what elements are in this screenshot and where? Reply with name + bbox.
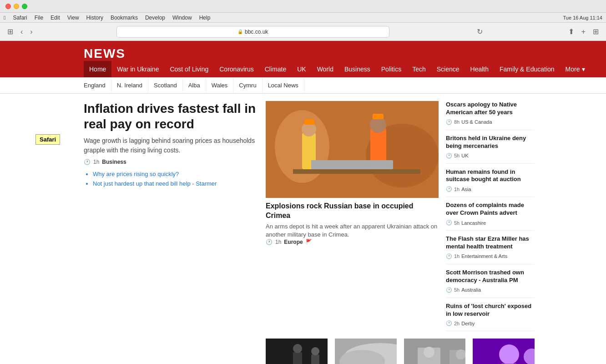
safari-menu[interactable]: Safari bbox=[13, 15, 27, 21]
svg-rect-5 bbox=[304, 119, 314, 125]
minimize-button[interactable] bbox=[14, 4, 19, 9]
bbc-news-page: NEWS Home War in Ukraine Cost of Living … bbox=[0, 41, 606, 364]
close-button[interactable] bbox=[5, 4, 11, 9]
nav-uk[interactable]: UK bbox=[292, 61, 311, 77]
bullet-2[interactable]: Not just hardest up that need bill help … bbox=[93, 180, 257, 187]
help-menu[interactable]: Help bbox=[199, 15, 211, 21]
window-menu[interactable]: Window bbox=[172, 15, 192, 21]
hero-article-time: 1h bbox=[275, 239, 281, 245]
card-3[interactable]: A$AP Rocky charged over shooting in Holl… bbox=[473, 339, 535, 364]
subnav-n-ireland[interactable]: N. Ireland bbox=[111, 77, 148, 93]
clock-icon: 🕐 bbox=[446, 119, 452, 125]
sidebar-title-6: Ruins of 'lost church' exposed in low re… bbox=[446, 303, 535, 318]
history-menu[interactable]: History bbox=[86, 15, 103, 21]
nav-business[interactable]: Business bbox=[339, 61, 376, 77]
nav-science[interactable]: Science bbox=[431, 61, 465, 77]
address-bar[interactable]: 🔒 bbc.co.uk bbox=[116, 26, 389, 38]
headline-time: 1h bbox=[93, 159, 99, 165]
headline-article[interactable]: Inflation drives fastest fall in real pa… bbox=[84, 101, 257, 364]
sidebar-article-1[interactable]: Britons held in Ukraine deny being merce… bbox=[446, 130, 535, 164]
browser-toolbar: ⊞ ‹ › 🔒 bbc.co.uk ↻ ⬆ + ⊞ bbox=[0, 23, 606, 41]
sidebar-article-2[interactable]: Human remains found in suitcase bought a… bbox=[446, 164, 535, 197]
forward-button[interactable]: › bbox=[28, 26, 34, 38]
sidebar-article-0[interactable]: Oscars apology to Native American after … bbox=[446, 101, 535, 130]
sidebar-article-5[interactable]: Scott Morrison trashed own democracy - A… bbox=[446, 264, 535, 298]
back-button[interactable]: ‹ bbox=[19, 26, 25, 38]
file-menu[interactable]: File bbox=[35, 15, 43, 21]
bbc-logo: NEWS bbox=[84, 46, 522, 61]
apple-menu[interactable]:  bbox=[4, 15, 5, 21]
card-1[interactable]: Storms and heavy rain hit UK amid weathe… bbox=[335, 339, 397, 364]
card-2[interactable]: Life savings lost after watchdog failed … bbox=[404, 339, 466, 364]
card-0[interactable]: 'I wish I'd never worked for the UK in A… bbox=[266, 339, 328, 364]
sidebar-title-1: Britons held in Ukraine deny being merce… bbox=[446, 135, 535, 150]
nav-war-ukraine[interactable]: War in Ukraine bbox=[111, 61, 164, 77]
sidebar-time-3: 5h bbox=[454, 220, 460, 226]
svg-point-29 bbox=[456, 349, 466, 359]
nav-cost-of-living[interactable]: Cost of Living bbox=[164, 61, 214, 77]
svg-rect-8 bbox=[373, 114, 384, 119]
sidebar-title-4: The Flash star Ezra Miller has mental he… bbox=[446, 235, 535, 251]
nav-climate[interactable]: Climate bbox=[259, 61, 292, 77]
svg-point-27 bbox=[424, 347, 434, 358]
hero-image bbox=[266, 101, 439, 198]
sidebar-tag-6: Derby bbox=[461, 321, 475, 326]
clock-icon: 🕐 bbox=[446, 153, 452, 159]
nav-politics[interactable]: Politics bbox=[376, 61, 407, 77]
clock-icon: 🕐 bbox=[446, 320, 452, 326]
bullet-1[interactable]: Why are prices rising so quickly? bbox=[93, 171, 257, 177]
sidebar-article-6[interactable]: Ruins of 'lost church' exposed in low re… bbox=[446, 298, 535, 332]
view-menu[interactable]: View bbox=[67, 15, 79, 21]
lock-icon: 🔒 bbox=[237, 29, 243, 34]
nav-health[interactable]: Health bbox=[465, 61, 494, 77]
hero-article-tag: Europe bbox=[284, 239, 303, 245]
headline-bullets: Why are prices rising so quickly? Not ju… bbox=[84, 171, 257, 187]
nav-family-education[interactable]: Family & Education bbox=[494, 61, 560, 77]
sidebar-time-5: 5h bbox=[454, 287, 460, 293]
subnav-local-news[interactable]: Local News bbox=[263, 77, 304, 93]
nav-coronavirus[interactable]: Coronavirus bbox=[214, 61, 259, 77]
svg-rect-9 bbox=[293, 169, 420, 174]
share-button[interactable]: ⬆ bbox=[566, 25, 576, 38]
sidebar-tag-0: US & Canada bbox=[461, 119, 492, 125]
hero-section: Explosions rock Russian base in occupied… bbox=[266, 101, 535, 331]
hero-center-article[interactable]: Explosions rock Russian base in occupied… bbox=[266, 101, 439, 331]
sidebar-article-4[interactable]: The Flash star Ezra Miller has mental he… bbox=[446, 231, 535, 264]
subnav-england[interactable]: England bbox=[84, 77, 111, 93]
tabs-button[interactable]: ⊞ bbox=[591, 25, 601, 38]
fullscreen-button[interactable] bbox=[22, 4, 27, 9]
nav-home[interactable]: Home bbox=[84, 61, 111, 77]
card-img-1 bbox=[335, 339, 397, 364]
subnav-cymru[interactable]: Cymru bbox=[233, 77, 262, 93]
center-right-wrap: Explosions rock Russian base in occupied… bbox=[266, 101, 535, 364]
subnav-scotland[interactable]: Scotland bbox=[148, 77, 183, 93]
sidebar-tag-5: Australia bbox=[461, 287, 481, 293]
svg-rect-10 bbox=[311, 160, 393, 169]
bookmarks-menu[interactable]: Bookmarks bbox=[111, 15, 138, 21]
reload-button[interactable]: ↻ bbox=[475, 25, 485, 38]
sidebar-time-2: 1h bbox=[454, 187, 460, 192]
traffic-lights bbox=[5, 4, 27, 9]
chevron-down-icon: ▾ bbox=[582, 66, 585, 73]
clock-icon: 🕐 bbox=[84, 159, 91, 165]
sidebar-article-3[interactable]: Dozens of complaints made over Crown Pai… bbox=[446, 197, 535, 231]
clock-icon: 🕐 bbox=[446, 220, 452, 226]
subnav-wales[interactable]: Wales bbox=[206, 77, 234, 93]
sidebar-toggle-button[interactable]: ⊞ bbox=[5, 25, 15, 38]
hero-article-desc: An arms depot is hit a week after an app… bbox=[266, 222, 439, 239]
sidebar-meta-2: 🕐 1h Asia bbox=[446, 186, 535, 192]
nav-world[interactable]: World bbox=[312, 61, 339, 77]
sidebar-meta-3: 🕐 5h Lancashire bbox=[446, 220, 535, 226]
sidebar-meta-6: 🕐 2h Derby bbox=[446, 320, 535, 326]
subnav-alba[interactable]: Alba bbox=[183, 77, 206, 93]
new-tab-button[interactable]: + bbox=[580, 26, 587, 38]
hero-article-meta: 🕐 1h Europe 🚩 bbox=[266, 239, 439, 245]
sidebar-tag-3: Lancashire bbox=[461, 220, 486, 226]
develop-menu[interactable]: Develop bbox=[145, 15, 165, 21]
nav-more-button[interactable]: More ▾ bbox=[560, 61, 591, 77]
nav-tech[interactable]: Tech bbox=[407, 61, 431, 77]
headline-tag: Business bbox=[102, 159, 126, 165]
clock-icon: 🕐 bbox=[446, 253, 452, 259]
clock-icon: 🕐 bbox=[266, 239, 273, 245]
edit-menu[interactable]: Edit bbox=[50, 15, 60, 21]
